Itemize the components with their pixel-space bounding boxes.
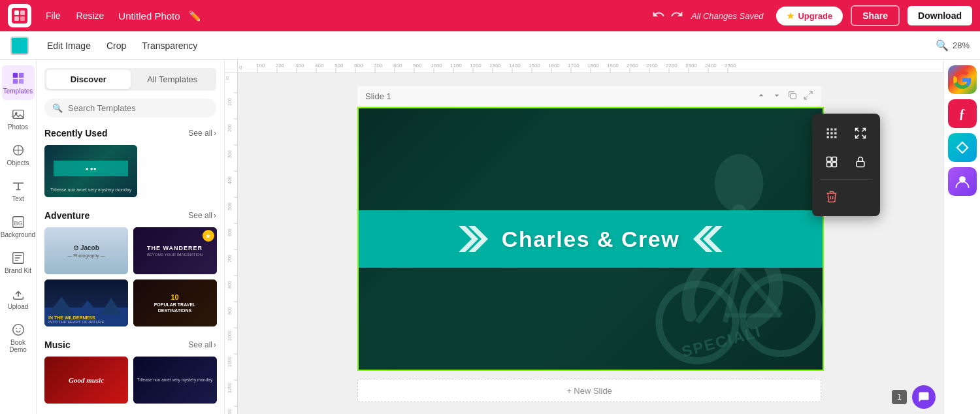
document-title[interactable]: Untitled Photo	[118, 10, 180, 22]
sidebar-item-background[interactable]: BG Background	[2, 209, 35, 244]
svg-text:1700: 1700	[568, 63, 580, 69]
template-goodmusic[interactable]: Good music	[44, 357, 128, 404]
svg-text:300: 300	[227, 150, 232, 158]
svg-text:1400: 1400	[509, 63, 521, 69]
sidebar-item-objects[interactable]: Objects	[2, 137, 35, 172]
download-button[interactable]: Download	[907, 6, 972, 25]
undo-button[interactable]	[652, 8, 665, 24]
background-icon: BG	[10, 214, 26, 230]
svg-text:700: 700	[227, 255, 232, 263]
recently-used-header: Recently Used See all ›	[44, 128, 216, 138]
saved-status: All Changes Saved	[691, 11, 764, 21]
canvas-area: 0 100 200 300 400 500 600	[225, 60, 943, 414]
slide-up-button[interactable]	[756, 90, 766, 103]
edit-title-icon[interactable]: ✏️	[188, 10, 201, 22]
purple-app-button[interactable]	[948, 167, 977, 196]
music-see-all[interactable]: See all ›	[188, 340, 216, 349]
color-swatch[interactable]	[10, 37, 29, 55]
sidebar-item-brand[interactable]: Brand Kit	[2, 245, 35, 279]
svg-rect-107	[832, 157, 837, 162]
ctx-align-button[interactable]	[820, 121, 843, 145]
canvas-main[interactable]: Slide 1	[238, 73, 943, 414]
tab-discover[interactable]: Discover	[46, 70, 131, 89]
upgrade-button[interactable]: ★ Upgrade	[776, 7, 843, 25]
crop-button[interactable]: Crop	[99, 35, 134, 56]
bookdemo-icon	[10, 322, 26, 338]
svg-text:1500: 1500	[529, 63, 540, 69]
svg-text:200: 200	[227, 124, 232, 132]
adventure-see-all[interactable]: See all ›	[188, 211, 216, 220]
sidebar-item-photos[interactable]: Photos	[2, 101, 35, 136]
app-logo[interactable]	[8, 4, 31, 27]
sidebar-item-text[interactable]: Text	[2, 173, 35, 208]
objects-icon	[10, 142, 26, 158]
left-sidebar: Templates Photos Objects Text BG Backgro…	[0, 60, 37, 414]
svg-text:1000: 1000	[431, 63, 442, 69]
redo-button[interactable]	[670, 8, 683, 24]
template-jacob[interactable]: ⊙ Jacob — Photography —	[44, 227, 128, 274]
search-input[interactable]	[68, 103, 208, 113]
ctx-resize-button[interactable]	[849, 121, 872, 145]
slide-duplicate-button[interactable]	[787, 90, 798, 103]
svg-rect-6	[12, 79, 17, 84]
tab-all-templates[interactable]: All Templates	[131, 70, 215, 89]
template-wilderness[interactable]: IN THE WILDERNESS INTO THE HEART OF NATU…	[44, 279, 128, 326]
sidebar-item-templates[interactable]: Templates	[2, 65, 35, 100]
ctx-lock-button[interactable]	[849, 150, 872, 174]
chat-button[interactable]	[912, 385, 936, 409]
svg-text:0: 0	[239, 65, 242, 71]
svg-text:500: 500	[335, 63, 344, 69]
svg-rect-4	[12, 73, 17, 78]
slide-expand-button[interactable]	[803, 90, 813, 103]
transparency-button[interactable]: Transparency	[134, 35, 205, 56]
template-wanderer[interactable]: THE WANDERER BEYOND YOUR IMAGINATION ★	[133, 227, 217, 274]
resize-menu[interactable]: Resize	[70, 7, 111, 25]
topbar: File Resize Untitled Photo ✏️ All Change…	[0, 0, 980, 31]
file-menu[interactable]: File	[39, 7, 67, 25]
right-sidebar: ƒ	[943, 60, 980, 414]
bottom-right: 1	[892, 385, 936, 409]
zoom-level[interactable]: 28%	[953, 40, 970, 50]
search-bar: 🔍	[44, 99, 216, 118]
ruler-corner	[225, 60, 238, 73]
template-music2[interactable]: Trilease non amet very mystery monday	[133, 357, 217, 404]
vertical-ruler: 0 100 200 300 400 500 600	[225, 73, 238, 414]
share-button[interactable]: Share	[851, 5, 900, 26]
template-travel[interactable]: 10 POPULAR TRAVEL DESTINATIONS	[133, 279, 217, 326]
svg-text:1200: 1200	[227, 383, 232, 393]
svg-text:100: 100	[256, 63, 265, 69]
svg-text:900: 900	[227, 307, 232, 315]
ctx-delete-button[interactable]	[820, 185, 843, 208]
upload-icon	[10, 286, 26, 302]
svg-point-15	[16, 328, 17, 329]
template-recent-1[interactable]: Trilease non amet very mystery monday ● …	[44, 145, 137, 197]
sidebar-item-bookdemo[interactable]: Book Demo	[2, 317, 35, 358]
sidebar-item-upload[interactable]: Upload	[2, 281, 35, 315]
svg-text:1800: 1800	[587, 63, 599, 69]
search-icon: 🔍	[52, 103, 63, 113]
slide-title: Charles & Crew	[502, 227, 679, 252]
text-icon	[10, 178, 26, 194]
star-badge: ★	[203, 230, 214, 242]
svg-text:1600: 1600	[548, 63, 560, 69]
slide-header: Slide 1	[357, 86, 821, 107]
new-slide-button[interactable]: + New Slide	[357, 379, 821, 402]
slide-canvas[interactable]: SPECIALI	[359, 108, 823, 370]
svg-text:100: 100	[227, 98, 232, 106]
sidebar-item-objects-label: Objects	[7, 159, 29, 167]
svg-text:2500: 2500	[725, 63, 736, 69]
svg-text:0: 0	[226, 76, 229, 80]
svg-text:BG: BG	[14, 220, 22, 227]
svg-rect-110	[857, 161, 864, 167]
svg-text:200: 200	[276, 63, 285, 69]
slide-canvas-wrapper[interactable]: SPECIALI	[357, 107, 824, 371]
edit-image-button[interactable]: Edit Image	[39, 35, 99, 56]
google-app-button[interactable]	[948, 65, 977, 94]
fontello-app-button[interactable]: ƒ	[948, 99, 977, 128]
ctx-group-button[interactable]	[820, 150, 843, 174]
slide-down-button[interactable]	[772, 90, 782, 103]
sidebar-item-bookdemo-label: Book Demo	[5, 339, 32, 353]
teal-app-button[interactable]	[948, 133, 977, 162]
svg-rect-3	[20, 16, 25, 21]
recently-used-see-all[interactable]: See all ›	[188, 129, 216, 138]
